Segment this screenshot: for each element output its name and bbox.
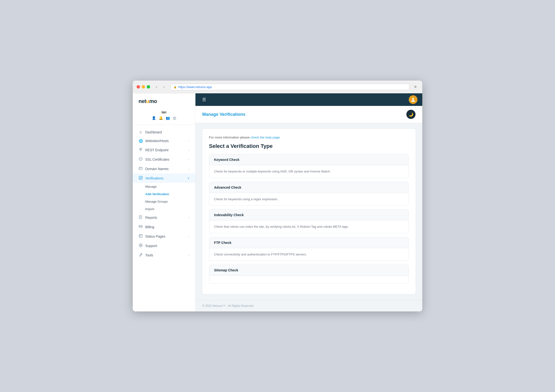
footer-text: © 2022 Netumo™ - All Rights Reserved.: [202, 304, 254, 308]
browser-menu-button[interactable]: ≡: [412, 84, 418, 90]
svg-point-23: [140, 245, 141, 246]
sidebar-item-label: REST Endpoint: [145, 148, 168, 152]
sidebar-item-billing[interactable]: Billing: [133, 222, 195, 232]
notifications-icon[interactable]: 🔔: [159, 116, 163, 120]
svg-point-1: [141, 148, 142, 149]
svg-point-0: [139, 148, 140, 149]
chevron-right-icon: ›: [189, 235, 190, 238]
sidebar-item-label: Reports: [145, 216, 157, 219]
sidebar-item-rest[interactable]: REST Endpoint ›: [133, 145, 195, 155]
verifications-icon: [139, 176, 143, 181]
browser-chrome: ‹ › 🔒 https://www.netumo.app ≡: [133, 80, 422, 93]
verification-type-card-indexability[interactable]: Indexability Check Check that robots can…: [209, 209, 409, 233]
svg-point-2: [140, 150, 141, 151]
traffic-lights: [137, 85, 150, 88]
keyword-check-description: Check for keywords or multiple keywords …: [209, 165, 409, 178]
submenu-item-manage[interactable]: Manage: [133, 183, 195, 190]
sidebar-item-label: Domain Names: [145, 167, 168, 171]
sitemap-check-title: Sitemap Check: [209, 265, 409, 276]
info-paragraph: For more information please check the he…: [209, 136, 409, 139]
ftp-check-description: Check connectivity and authentication to…: [209, 248, 409, 261]
verification-type-card-ftp[interactable]: FTP Check Check connectivity and authent…: [209, 237, 409, 261]
svg-rect-10: [139, 176, 142, 180]
chevron-right-icon: ›: [189, 158, 190, 161]
logo: netumo: [139, 98, 157, 104]
content-area: For more information please check the he…: [196, 123, 422, 300]
sidebar-item-tools[interactable]: Tools ›: [133, 250, 195, 260]
verifications-submenu: Manage Add Verification Manage Groups Im…: [133, 183, 195, 213]
sidebar-logo: netumo: [133, 93, 195, 108]
chevron-right-icon: ›: [189, 139, 190, 142]
advanced-check-description: Check for keywords using a regex express…: [209, 193, 409, 205]
hamburger-button[interactable]: ☰: [200, 96, 208, 103]
sidebar-item-label: Tools: [145, 253, 153, 257]
svg-point-28: [141, 254, 142, 254]
sidebar-item-label: Websites/Hosts: [145, 139, 169, 143]
main-content: Manage Verifications 🌙 For more informat…: [196, 106, 422, 312]
rest-icon: [139, 148, 143, 152]
main-footer: © 2022 Netumo™ - All Rights Reserved.: [196, 300, 422, 312]
power-icon[interactable]: ⏻: [173, 116, 176, 120]
sidebar-item-dashboard[interactable]: ⊙ Dashboard: [133, 128, 195, 137]
main-wrapper: ☰ Manage Verifications 🌙: [196, 93, 422, 312]
nav-buttons: ‹ ›: [153, 83, 168, 90]
user-avatar[interactable]: [409, 95, 417, 104]
submenu-item-manage-groups[interactable]: Manage Groups: [133, 198, 195, 205]
status-pages-icon: [139, 234, 143, 239]
indexability-check-title: Indexability Check: [209, 210, 409, 220]
sidebar-user: Ian 👤 🔔 👥 ⏻: [133, 108, 195, 125]
maximize-button[interactable]: [147, 85, 150, 88]
sidebar-item-label: Verifications: [145, 176, 163, 180]
page-title: Manage Verifications: [202, 112, 245, 117]
indexability-check-description: Check that robots can index the site, by…: [209, 220, 409, 233]
svg-rect-7: [139, 167, 142, 170]
app-layout: netumo Ian 👤 🔔 👥 ⏻ ⊙ Dashboard 🌐 We: [133, 93, 422, 312]
svg-point-29: [412, 98, 414, 100]
sidebar-item-reports[interactable]: Reports ›: [133, 213, 195, 222]
svg-rect-17: [139, 234, 142, 237]
websites-icon: 🌐: [139, 139, 143, 143]
sidebar-item-label: Status Pages: [145, 234, 165, 238]
sidebar-item-label: Dashboard: [145, 130, 162, 134]
forward-button[interactable]: ›: [161, 83, 168, 90]
sidebar-item-support[interactable]: Support: [133, 241, 195, 250]
sidebar-item-status-pages[interactable]: Status Pages ›: [133, 232, 195, 241]
sidebar-item-verifications[interactable]: Verifications ∨: [133, 174, 195, 183]
sidebar-item-websites[interactable]: 🌐 Websites/Hosts ›: [133, 137, 195, 145]
dark-mode-button[interactable]: 🌙: [406, 110, 416, 119]
page-header: Manage Verifications 🌙: [196, 106, 422, 123]
verification-type-card-keyword[interactable]: Keyword Check Check for keywords or mult…: [209, 154, 409, 178]
profile-icon[interactable]: 👤: [152, 116, 156, 120]
top-bar: ☰: [196, 93, 422, 106]
chevron-right-icon: ›: [189, 167, 190, 170]
help-link[interactable]: check the help page.: [251, 136, 281, 139]
sidebar-item-label: Support: [145, 244, 157, 248]
groups-icon[interactable]: 👥: [166, 116, 170, 120]
verification-type-card-advanced[interactable]: Advanced Check Check for keywords using …: [209, 182, 409, 206]
reports-icon: [139, 215, 143, 220]
tools-icon: [139, 253, 143, 257]
chevron-down-icon: ∨: [188, 177, 190, 180]
sitemap-check-description: [209, 276, 409, 283]
ftp-check-title: FTP Check: [209, 237, 409, 248]
domains-icon: [139, 167, 143, 171]
back-button[interactable]: ‹: [153, 83, 160, 90]
address-bar[interactable]: 🔒 https://www.netumo.app: [170, 84, 409, 90]
minimize-button[interactable]: [142, 85, 145, 88]
chevron-right-icon: ›: [189, 149, 190, 152]
billing-icon: [139, 225, 143, 229]
chevron-right-icon: ›: [189, 254, 190, 257]
sidebar-item-ssl[interactable]: SSL Certificates ›: [133, 155, 195, 164]
main-card: For more information please check the he…: [202, 129, 416, 294]
sidebar-item-domains[interactable]: Domain Names ›: [133, 164, 195, 174]
submenu-item-import[interactable]: Import: [133, 205, 195, 213]
submenu-item-add-verification[interactable]: Add Verification: [133, 190, 195, 198]
sidebar-nav: ⊙ Dashboard 🌐 Websites/Hosts ›: [133, 125, 195, 312]
sidebar-item-label: Billing: [145, 225, 154, 229]
dashboard-icon: ⊙: [139, 130, 143, 134]
url-display: https://www.netumo.app: [178, 85, 212, 89]
support-icon: [139, 243, 143, 248]
close-button[interactable]: [137, 85, 140, 88]
sidebar: netumo Ian 👤 🔔 👥 ⏻ ⊙ Dashboard 🌐 We: [133, 93, 196, 312]
verification-type-card-sitemap[interactable]: Sitemap Check: [209, 265, 409, 284]
